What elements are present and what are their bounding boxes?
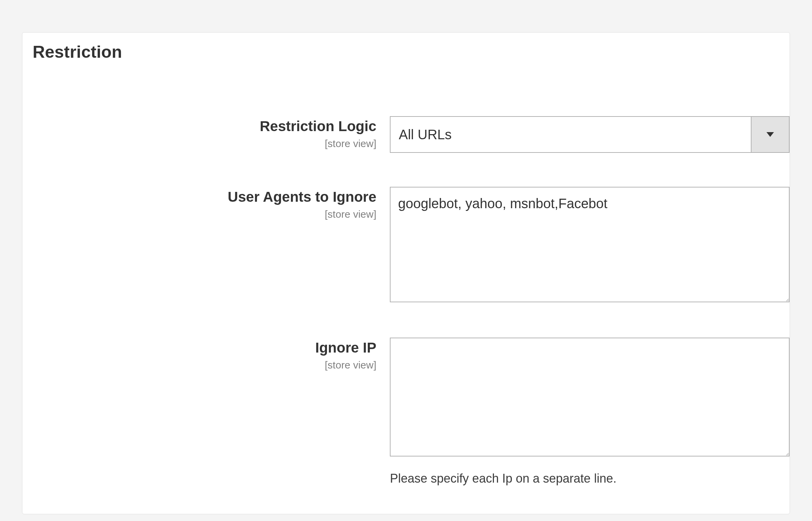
control-col: Please specify each Ip on a separate lin… [390, 338, 790, 487]
label-col: Ignore IP [store view] [22, 338, 390, 372]
restriction-logic-select-value: All URLs [391, 117, 751, 152]
user-agents-ignore-scope: [store view] [22, 208, 376, 221]
page-root: Restriction Restriction Logic [store vie… [0, 0, 812, 521]
restriction-logic-scope: [store view] [22, 137, 376, 150]
ignore-ip-textarea[interactable] [390, 338, 790, 456]
svg-marker-0 [766, 132, 774, 137]
row-user-agents-ignore: User Agents to Ignore [store view] [22, 187, 790, 304]
restriction-logic-dropdown-button[interactable] [751, 117, 789, 152]
ignore-ip-label: Ignore IP [22, 339, 376, 357]
caret-down-icon [766, 132, 774, 137]
row-restriction-logic: Restriction Logic [store view] All URLs [22, 116, 790, 153]
label-col: Restriction Logic [store view] [22, 116, 390, 150]
panel-title: Restriction [22, 33, 790, 65]
restriction-logic-label: Restriction Logic [22, 118, 376, 136]
label-col: User Agents to Ignore [store view] [22, 187, 390, 221]
restriction-panel: Restriction Restriction Logic [store vie… [22, 32, 790, 514]
user-agents-ignore-label: User Agents to Ignore [22, 188, 376, 206]
user-agents-ignore-textarea[interactable] [390, 187, 790, 302]
ignore-ip-scope: [store view] [22, 358, 376, 372]
restriction-form: Restriction Logic [store view] All URLs [22, 65, 790, 487]
control-col: All URLs [390, 116, 790, 153]
restriction-logic-select[interactable]: All URLs [390, 116, 790, 153]
ignore-ip-helper: Please specify each Ip on a separate lin… [390, 471, 790, 487]
control-col [390, 187, 790, 304]
row-ignore-ip: Ignore IP [store view] Please specify ea… [22, 338, 790, 487]
